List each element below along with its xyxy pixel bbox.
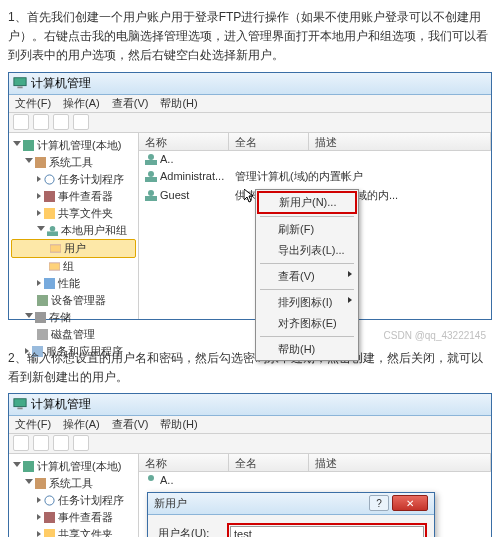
tree-local-users-groups[interactable]: 本地用户和组 [11,222,136,239]
user-icon [145,153,157,165]
tree-device-manager[interactable]: 设备管理器 [11,292,136,309]
dialog-help-button[interactable]: ? [369,495,389,511]
users-icon [47,225,58,236]
context-refresh[interactable]: 刷新(F) [256,219,358,240]
toolbar-back-button[interactable] [13,435,29,451]
toolbar-help-button[interactable] [73,435,89,451]
context-menu: 新用户(N)... 刷新(F) 导出列表(L)... 查看(V) 排列图标(I)… [255,189,359,361]
toolbar-help-button[interactable] [73,114,89,130]
navigation-tree: 计算机管理(本地) 系统工具 任务计划程序 事件查看器 共享文件夹 本地用户和组… [9,133,139,319]
username-label: 用户名(U): [158,526,230,537]
menu-file[interactable]: 文件(F) [9,416,57,433]
svg-rect-8 [47,231,58,236]
computer-icon [23,461,34,472]
tools-icon [35,478,46,489]
tree-task-scheduler[interactable]: 任务计划程序 [11,492,136,509]
menu-help[interactable]: 帮助(H) [154,95,203,112]
menu-action[interactable]: 操作(A) [57,95,106,112]
list-item[interactable]: A.. [139,151,491,167]
list-header: 名称 全名 描述 [139,454,491,472]
svg-rect-3 [35,157,46,168]
col-full[interactable]: 全名 [229,454,309,471]
context-align[interactable]: 对齐图标(E) [256,313,358,334]
col-name[interactable]: 名称 [139,133,229,150]
tree-system-tools[interactable]: 系统工具 [11,154,136,171]
tree-event-viewer[interactable]: 事件查看器 [11,188,136,205]
toolbar-forward-button[interactable] [33,114,49,130]
menu-action[interactable]: 操作(A) [57,416,106,433]
svg-point-37 [148,475,154,481]
tree-root[interactable]: 计算机管理(本地) [11,458,136,475]
tree-users[interactable]: 用户 [11,239,136,258]
menubar: 文件(F) 操作(A) 查看(V) 帮助(H) [9,416,491,434]
toolbar-refresh-button[interactable] [53,114,69,130]
toolbar-forward-button[interactable] [33,435,49,451]
toolbar-refresh-button[interactable] [53,435,69,451]
svg-rect-17 [145,160,157,165]
context-arrange[interactable]: 排列图标(I) [256,292,358,313]
computer-management-window-2: 计算机管理 文件(F) 操作(A) 查看(V) 帮助(H) 计算机管理(本地) … [8,393,492,537]
svg-rect-22 [14,399,26,407]
user-icon [145,189,157,201]
clock-icon [44,495,55,506]
chevron-right-icon [348,297,352,303]
window-title: 计算机管理 [31,75,91,92]
svg-rect-12 [37,295,48,306]
tree-groups[interactable]: 组 [11,258,136,275]
menu-view[interactable]: 查看(V) [106,95,155,112]
performance-icon [44,278,55,289]
user-icon [145,474,157,486]
context-help[interactable]: 帮助(H) [256,339,358,360]
tree-storage[interactable]: 存储 [11,309,136,326]
col-desc[interactable]: 描述 [309,133,491,150]
tree-performance[interactable]: 性能 [11,275,136,292]
tree-task-scheduler[interactable]: 任务计划程序 [11,171,136,188]
tree-root[interactable]: 计算机管理(本地) [11,137,136,154]
step2-text: 2、输入你想设置的用户名和密码，然后勾选密码永不过期，点击创建，然后关闭，就可以… [8,349,492,387]
col-desc[interactable]: 描述 [309,454,491,471]
close-button[interactable]: ✕ [392,495,428,511]
svg-rect-0 [14,78,26,86]
menu-file[interactable]: 文件(F) [9,95,57,112]
navigation-tree: 计算机管理(本地) 系统工具 任务计划程序 事件查看器 共享文件夹 本地用户和组… [9,454,139,537]
list-item[interactable]: A.. [139,472,491,488]
folder-icon [50,243,61,254]
users-list-panel: 名称 全名 描述 A.. Administrat...管理计算机(域)的内置帐户… [139,133,491,319]
col-name[interactable]: 名称 [139,454,229,471]
username-field[interactable]: test [230,526,424,537]
tree-shared-folders[interactable]: 共享文件夹 [11,205,136,222]
list-item[interactable]: Administrat...管理计算机(域)的内置帐户 [139,167,491,186]
clock-icon [44,174,55,185]
dialog-titlebar[interactable]: 新用户 ? ✕ [148,493,434,515]
tree-event-viewer[interactable]: 事件查看器 [11,509,136,526]
dialog-title: 新用户 [154,496,187,511]
svg-rect-28 [44,529,55,537]
svg-rect-5 [44,191,55,202]
svg-rect-25 [35,478,46,489]
tree-system-tools[interactable]: 系统工具 [11,475,136,492]
tree-shared-folders[interactable]: 共享文件夹 [11,526,136,537]
svg-rect-23 [17,408,22,410]
context-view[interactable]: 查看(V) [256,266,358,287]
svg-rect-21 [145,196,157,201]
svg-point-26 [45,496,54,505]
svg-rect-19 [145,177,157,182]
step1-text: 1、首先我们创建一个用户账户用于登录FTP进行操作（如果不使用账户登录可以不创建… [8,8,492,66]
menu-help[interactable]: 帮助(H) [154,416,203,433]
tree-disk-mgmt[interactable]: 磁盘管理 [11,326,136,343]
toolbar-back-button[interactable] [13,114,29,130]
menu-view[interactable]: 查看(V) [106,416,155,433]
computer-management-window-1: 计算机管理 文件(F) 操作(A) 查看(V) 帮助(H) 计算机管理(本地) … [8,72,492,320]
context-export[interactable]: 导出列表(L)... [256,240,358,261]
svg-point-4 [45,174,54,183]
titlebar[interactable]: 计算机管理 [9,73,491,95]
context-new-user[interactable]: 新用户(N)... [257,191,357,214]
disk-icon [37,329,48,340]
device-icon [37,295,48,306]
svg-rect-2 [23,140,34,151]
col-full[interactable]: 全名 [229,133,309,150]
svg-point-20 [148,190,154,196]
titlebar[interactable]: 计算机管理 [9,394,491,416]
chevron-right-icon [348,271,352,277]
toolbar [9,113,491,133]
